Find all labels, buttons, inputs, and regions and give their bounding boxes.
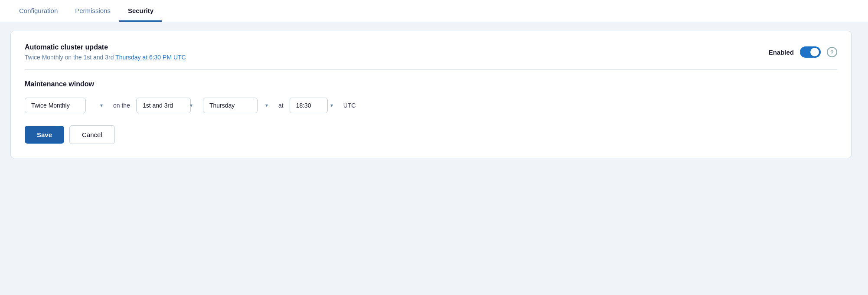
utc-label: UTC: [343, 102, 356, 109]
cluster-update-section: Automatic cluster update Twice Monthly o…: [25, 43, 837, 61]
section-divider: [25, 69, 837, 70]
on-the-label: on the: [113, 102, 130, 109]
tab-permissions[interactable]: Permissions: [66, 0, 119, 22]
frequency-chevron-icon: ▾: [100, 102, 103, 108]
cluster-update-right: Enabled ?: [769, 46, 837, 58]
main-content: Automatic cluster update Twice Monthly o…: [0, 22, 868, 167]
help-icon[interactable]: ?: [827, 47, 837, 57]
day-chevron-icon: ▾: [265, 102, 268, 108]
time-select-wrapper: 00:00 00:30 06:00 12:00 18:00 18:30 19:0…: [290, 98, 337, 113]
toggle-thumb: [810, 48, 819, 56]
day-select[interactable]: Monday Tuesday Wednesday Thursday Friday…: [203, 98, 258, 113]
occurrence-select[interactable]: 1st and 3rd 2nd and 4th 1st 2nd 3rd 4th: [136, 98, 191, 113]
enabled-label: Enabled: [769, 49, 794, 56]
description-prefix: Twice Monthly on the 1st and 3rd: [25, 54, 115, 61]
maintenance-window-section: Maintenance window Weekly Twice Monthly …: [25, 80, 837, 144]
tabs-bar: Configuration Permissions Security: [0, 0, 868, 22]
action-buttons: Save Cancel: [25, 125, 837, 144]
time-chevron-icon: ▾: [330, 102, 333, 108]
cluster-update-description: Twice Monthly on the 1st and 3rd Thursda…: [25, 54, 186, 61]
cancel-button[interactable]: Cancel: [69, 125, 115, 144]
save-button[interactable]: Save: [25, 126, 64, 144]
day-select-wrapper: Monday Tuesday Wednesday Thursday Friday…: [203, 98, 272, 113]
tab-configuration[interactable]: Configuration: [10, 0, 66, 22]
enabled-toggle[interactable]: [800, 46, 821, 58]
maintenance-controls: Weekly Twice Monthly Monthly ▾ on the 1s…: [25, 98, 837, 113]
tab-security[interactable]: Security: [119, 0, 162, 22]
description-link[interactable]: Thursday at 6:30 PM UTC: [115, 54, 186, 61]
settings-card: Automatic cluster update Twice Monthly o…: [10, 31, 852, 158]
maintenance-title: Maintenance window: [25, 80, 837, 88]
page-container: Configuration Permissions Security Autom…: [0, 0, 868, 295]
occurrence-select-wrapper: 1st and 3rd 2nd and 4th 1st 2nd 3rd 4th …: [136, 98, 197, 113]
cluster-update-title: Automatic cluster update: [25, 43, 186, 51]
cluster-update-left: Automatic cluster update Twice Monthly o…: [25, 43, 186, 61]
at-label: at: [278, 102, 284, 109]
frequency-select[interactable]: Weekly Twice Monthly Monthly: [25, 98, 86, 113]
time-select[interactable]: 00:00 00:30 06:00 12:00 18:00 18:30 19:0…: [290, 98, 328, 113]
frequency-select-wrapper: Weekly Twice Monthly Monthly ▾: [25, 98, 107, 113]
